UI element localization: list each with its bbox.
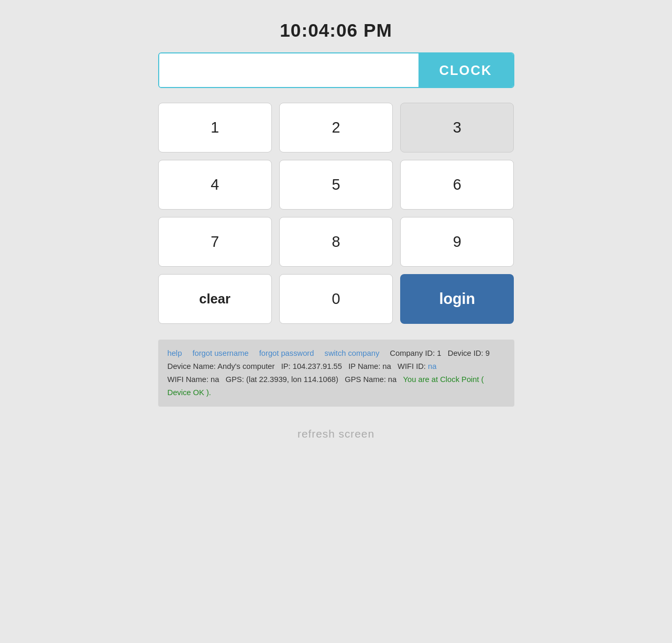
key-3[interactable]: 3 [400,103,514,152]
forgot-password-link[interactable]: forgot password [259,349,314,357]
switch-company-link[interactable]: switch company [325,349,380,357]
key-6[interactable]: 6 [400,160,514,210]
ip: IP: 104.237.91.55 [281,362,342,370]
keypad: 1 2 3 4 5 6 7 8 9 clear 0 login [158,103,514,324]
help-link[interactable]: help [168,349,182,357]
device-name: Device Name: Andy's computer [168,362,275,370]
refresh-button[interactable]: refresh screen [298,428,374,440]
wifi-id-label: WIFI ID: [398,362,426,370]
time-display: 10:04:06 PM [280,20,392,41]
info-bar: help forgot username forgot password swi… [158,340,514,407]
key-7[interactable]: 7 [158,217,272,267]
gps-name: GPS Name: na [345,375,396,384]
key-0[interactable]: 0 [279,274,393,324]
company-id: Company ID: 1 [390,349,441,357]
key-5[interactable]: 5 [279,160,393,210]
key-8[interactable]: 8 [279,217,393,267]
wifi-name: WIFI Name: na [168,375,219,384]
input-row: CLOCK [158,52,514,88]
ip-name: IP Name: na [348,362,391,370]
device-id: Device ID: 9 [448,349,490,357]
key-1[interactable]: 1 [158,103,272,152]
key-clear[interactable]: clear [158,274,272,324]
forgot-username-link[interactable]: forgot username [192,349,248,357]
key-9[interactable]: 9 [400,217,514,267]
key-4[interactable]: 4 [158,160,272,210]
gps: GPS: (lat 22.3939, lon 114.1068) [226,375,338,384]
pin-input[interactable] [159,53,418,87]
wifi-id-value: na [428,362,436,370]
key-login[interactable]: login [400,274,514,324]
key-2[interactable]: 2 [279,103,393,152]
clock-button[interactable]: CLOCK [418,53,513,87]
main-container: CLOCK 1 2 3 4 5 6 7 8 9 clear 0 login he… [158,52,514,422]
